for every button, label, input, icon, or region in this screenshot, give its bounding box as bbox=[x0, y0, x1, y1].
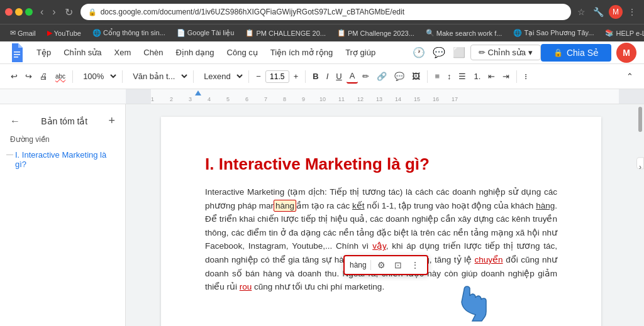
svg-rect-1 bbox=[14, 54, 20, 55]
profile-button[interactable]: M bbox=[616, 43, 636, 63]
collapse-toolbar-button[interactable]: ⌃ bbox=[623, 70, 636, 83]
indent-more-button[interactable]: ⇥ bbox=[499, 70, 513, 83]
italic-button[interactable]: I bbox=[323, 70, 332, 83]
highlight-button[interactable]: ✏ bbox=[359, 70, 372, 83]
extension-button[interactable]: 🔧 bbox=[591, 6, 606, 18]
sidebar-back-button[interactable]: ← bbox=[10, 116, 20, 127]
text-vay: vậy bbox=[372, 241, 386, 251]
inline-more-button[interactable]: ⋮ bbox=[408, 259, 422, 271]
nav-buttons: ‹ › ↻ bbox=[36, 5, 77, 19]
spellcheck-button[interactable]: abc bbox=[52, 71, 69, 82]
bookmark-gmail[interactable]: ✉ Gmail bbox=[5, 28, 41, 38]
inline-view-button[interactable]: ⊡ bbox=[392, 259, 404, 271]
bookmark-pm1-label: PM CHALLENGE 20... bbox=[256, 30, 326, 37]
cong-thong-tin-icon: 🌐 bbox=[92, 29, 101, 37]
secure-icon: 🔒 bbox=[88, 8, 97, 16]
menu-xem[interactable]: Xem bbox=[108, 45, 138, 60]
bookmark-google-tailieu[interactable]: 📄 Google Tài liệu bbox=[172, 28, 240, 38]
menu-dinh-dang[interactable]: Định dạng bbox=[169, 45, 220, 60]
underline-button[interactable]: U bbox=[333, 70, 345, 83]
bookmark-pm1[interactable]: 📋 PM CHALLENGE 20... bbox=[240, 28, 331, 38]
inline-settings-button[interactable]: ⚙ bbox=[375, 259, 388, 271]
tailieu-icon: 📄 bbox=[177, 29, 186, 37]
doc-page: I. Interactive Marketing là gì? Interact… bbox=[161, 117, 601, 326]
font-size-decrease[interactable]: − bbox=[253, 70, 264, 83]
bookmark-phuongtay-label: Tại Sao Phương Tây... bbox=[524, 29, 594, 37]
print-button[interactable]: 🖨 bbox=[36, 70, 51, 83]
profile-avatar[interactable]: M bbox=[609, 5, 623, 19]
reload-button[interactable]: ↻ bbox=[61, 5, 77, 19]
more-button[interactable]: ⋮ bbox=[625, 6, 639, 18]
comment-button[interactable]: 💬 bbox=[391, 70, 408, 83]
sidebar-title: Bản tóm tắt bbox=[41, 116, 87, 126]
history-button[interactable]: 🕐 bbox=[410, 44, 428, 61]
font-size-increase[interactable]: + bbox=[291, 70, 302, 83]
youtube-icon: ▶ bbox=[47, 29, 52, 37]
redo-button[interactable]: ↪ bbox=[22, 70, 35, 83]
doc-area[interactable]: I. Interactive Marketing là gì? Interact… bbox=[126, 104, 636, 326]
maximize-window-button[interactable] bbox=[25, 8, 33, 16]
bookmark-pm2[interactable]: 📋 PM Challenge 2023... bbox=[332, 28, 419, 38]
svg-rect-0 bbox=[14, 52, 20, 53]
url-text: docs.google.com/document/d/1iv6UZS986hXI… bbox=[101, 8, 564, 16]
inline-toolbar-divider-1 bbox=[370, 260, 371, 270]
menu-cong-cu[interactable]: Công cụ bbox=[221, 45, 264, 60]
search-icon: 🔍 bbox=[426, 29, 435, 37]
edit-mode-button[interactable]: ✏ Chỉnh sửa ▾ bbox=[470, 45, 541, 60]
font-size-input[interactable] bbox=[265, 70, 289, 83]
bookmark-search[interactable]: 🔍 Make search work f... bbox=[421, 28, 508, 38]
image-button[interactable]: 🖼 bbox=[409, 70, 423, 83]
toolbar-divider-3 bbox=[193, 70, 194, 83]
doc-paragraph: Interactive Marketing (tạm dịch: Tiếp th… bbox=[205, 185, 557, 294]
sidebar-add-button[interactable]: + bbox=[108, 114, 115, 128]
undo-button[interactable]: ↩ bbox=[8, 70, 21, 83]
forward-button[interactable]: › bbox=[48, 5, 59, 19]
bold-button[interactable]: B bbox=[309, 70, 321, 83]
scrollbar[interactable] bbox=[636, 104, 644, 326]
gdocs-container: Tệp Chỉnh sửa Xem Chèn Định dạng Công cụ… bbox=[0, 41, 644, 326]
back-button[interactable]: ‹ bbox=[36, 5, 47, 19]
bookmark-youtube-label: YouTube bbox=[54, 30, 81, 37]
zoom-select[interactable]: 100% bbox=[77, 69, 118, 84]
bookmark-youtube[interactable]: ▶ YouTube bbox=[42, 28, 86, 38]
phuongtay-icon: 🌐 bbox=[513, 29, 522, 37]
address-bar[interactable]: 🔒 docs.google.com/document/d/1iv6UZS986h… bbox=[80, 4, 571, 20]
sidebar-item-interactive-marketing[interactable]: I. Interactive Marketing là gì? bbox=[0, 146, 125, 173]
indent-less-button[interactable]: ⇤ bbox=[485, 70, 498, 83]
bookmark-button[interactable]: ☆ bbox=[575, 6, 588, 18]
menu-tien-ich[interactable]: Tiện ích mở rộng bbox=[264, 45, 339, 60]
ordered-list-button[interactable]: 1. bbox=[470, 70, 484, 83]
list-button[interactable]: ☰ bbox=[455, 70, 469, 83]
help-elearning-icon: 📚 bbox=[605, 29, 614, 37]
gdocs-logo bbox=[8, 42, 25, 63]
share-button[interactable]: 🔒 Chia Sẻ bbox=[541, 44, 611, 62]
more-options-button[interactable]: ⫶ bbox=[521, 70, 531, 83]
sidebar-header: ← Bản tóm tắt + bbox=[0, 112, 125, 130]
header-icons: 🕐 💬 ⬜ ✏ Chỉnh sửa ▾ bbox=[410, 44, 541, 61]
scroll-thumb[interactable] bbox=[638, 107, 642, 132]
minimize-window-button[interactable] bbox=[15, 8, 23, 16]
link-button[interactable]: 🔗 bbox=[374, 70, 390, 83]
menu-chen[interactable]: Chèn bbox=[137, 45, 169, 60]
menu-tro-giup[interactable]: Trợ giúp bbox=[339, 45, 382, 60]
inline-toolbar-text: hàng bbox=[350, 261, 367, 269]
bookmark-phuongtay[interactable]: 🌐 Tại Sao Phương Tây... bbox=[508, 28, 599, 38]
bookmark-help-elearning[interactable]: 📚 HELP e-Learning bbox=[600, 28, 644, 38]
screen-button[interactable]: ⬜ bbox=[450, 44, 468, 61]
line-spacing-button[interactable]: ↕ bbox=[444, 70, 455, 83]
align-button[interactable]: ≡ bbox=[431, 70, 443, 83]
close-window-button[interactable] bbox=[5, 8, 13, 16]
toolbar: ↩ ↪ 🖨 abc 100% Văn bản t... Lexend − + B… bbox=[0, 64, 644, 89]
comments-button[interactable]: 💬 bbox=[430, 44, 448, 61]
menu-chinh-sua[interactable]: Chỉnh sửa bbox=[57, 45, 108, 60]
dropdown-icon: ▾ bbox=[528, 48, 533, 57]
text-ket: kết bbox=[352, 201, 365, 210]
menu-tep[interactable]: Tệp bbox=[30, 45, 57, 60]
font-select[interactable]: Lexend bbox=[197, 69, 245, 84]
browser-chrome: ‹ › ↻ 🔒 docs.google.com/document/d/1iv6U… bbox=[0, 0, 644, 24]
gdocs-icon bbox=[8, 42, 25, 63]
font-color-button[interactable]: A bbox=[347, 69, 358, 84]
bookmark-cong-thong-tin[interactable]: 🌐 Cổng thông tin sin... bbox=[87, 28, 170, 38]
toolbar-divider-2 bbox=[122, 70, 123, 83]
style-select[interactable]: Văn bản t... bbox=[126, 69, 189, 84]
